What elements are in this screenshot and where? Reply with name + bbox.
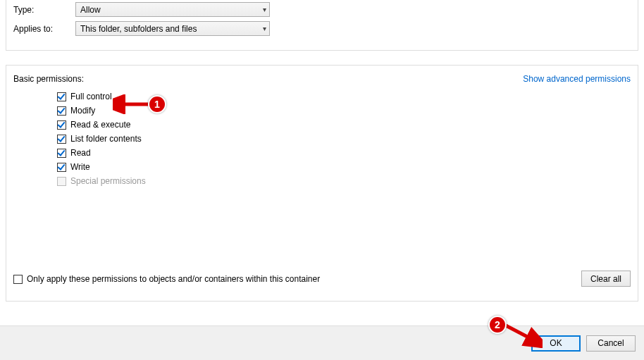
permission-label: Full control: [70, 92, 112, 101]
permission-row: Write: [57, 160, 631, 174]
permissions-list: Full controlModifyRead & executeList fol…: [57, 89, 631, 188]
type-applies-panel: Type: Allow ▾ Applies to: This folder, s…: [6, 0, 638, 51]
type-dropdown[interactable]: Allow ▾: [75, 2, 270, 17]
permission-row: Full control: [57, 89, 631, 104]
permission-checkbox[interactable]: [57, 92, 66, 101]
permission-checkbox[interactable]: [57, 135, 66, 144]
permission-checkbox[interactable]: [57, 163, 66, 172]
chevron-down-icon: ▾: [263, 25, 266, 32]
show-advanced-permissions-link[interactable]: Show advanced permissions: [523, 74, 631, 84]
permission-row: List folder contents: [57, 132, 631, 146]
basic-permissions-heading: Basic permissions:: [13, 74, 84, 84]
permission-row: Special permissions: [57, 174, 631, 188]
permission-label: Special permissions: [70, 176, 146, 186]
permission-label: Write: [70, 162, 90, 172]
applies-to-dropdown-value: This folder, subfolders and files: [80, 24, 197, 34]
chevron-down-icon: ▾: [263, 6, 266, 13]
only-apply-checkbox[interactable]: [13, 275, 23, 284]
ok-button[interactable]: OK: [531, 335, 581, 352]
permission-row: Read: [57, 146, 631, 160]
only-apply-label: Only apply these permissions to objects …: [27, 274, 320, 284]
basic-permissions-panel: Basic permissions: Show advanced permiss…: [6, 65, 638, 302]
only-apply-row: Only apply these permissions to objects …: [13, 274, 320, 284]
permission-label: Modify: [70, 106, 95, 116]
permission-row: Modify: [57, 104, 631, 118]
permission-row: Read & execute: [57, 118, 631, 132]
type-label: Type:: [13, 5, 75, 15]
permission-checkbox[interactable]: [57, 149, 66, 158]
dialog-footer: OK Cancel: [0, 325, 644, 360]
permission-checkbox: [57, 177, 66, 186]
applies-to-dropdown[interactable]: This folder, subfolders and files ▾: [75, 21, 270, 36]
cancel-button[interactable]: Cancel: [586, 335, 636, 352]
permission-label: Read: [70, 148, 91, 158]
permission-checkbox[interactable]: [57, 106, 66, 116]
applies-to-label: Applies to:: [13, 24, 75, 34]
permission-checkbox[interactable]: [57, 120, 66, 130]
type-dropdown-value: Allow: [80, 5, 101, 15]
permission-label: List folder contents: [70, 134, 142, 144]
clear-all-button[interactable]: Clear all: [581, 271, 631, 287]
permission-label: Read & execute: [70, 120, 130, 130]
